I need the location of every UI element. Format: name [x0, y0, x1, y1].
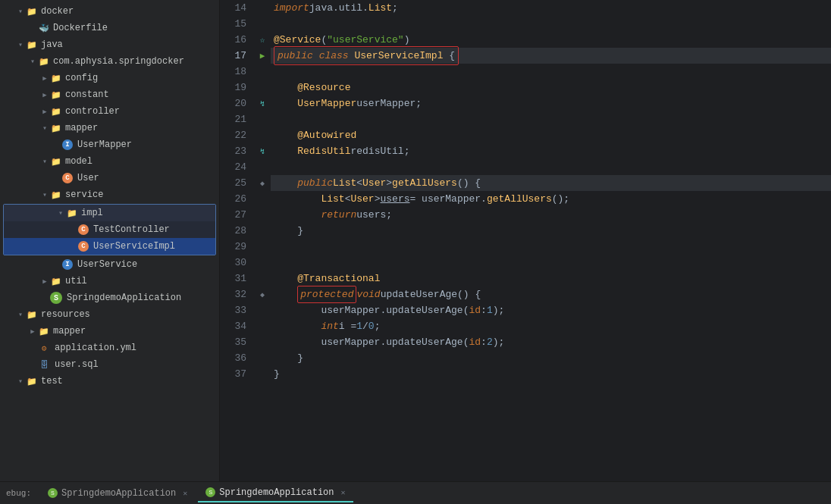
token: = userMapper. — [410, 191, 487, 207]
token: import — [274, 0, 309, 16]
token: @Resource — [297, 80, 350, 95]
tree-item-springdemo[interactable]: S SpringdemoApplication — [0, 290, 219, 306]
tree-label: config — [65, 73, 98, 83]
tree-item-model[interactable]: ▾ 📁 model — [0, 153, 219, 170]
arrow: ▶ — [39, 91, 50, 99]
token: } — [274, 350, 303, 366]
arrow: ▾ — [15, 40, 26, 49]
arrow: ▾ — [39, 157, 50, 166]
token: 0 — [368, 318, 375, 334]
tree-item-userservice[interactable]: I UserService — [0, 256, 219, 273]
tree-item-constant[interactable]: ▶ 📁 constant — [0, 86, 219, 103]
tree-item-userserviceimpl[interactable]: C UserServiceImpl — [4, 238, 215, 255]
gutter-30 — [254, 255, 271, 271]
token: protected — [300, 289, 353, 300]
line-num-14: 14 — [220, 0, 246, 16]
token: List — [368, 0, 392, 16]
line-numbers: 14 15 16 17 18 19 20 21 22 23 24 25 26 2… — [220, 0, 254, 382]
arrow: ▶ — [39, 74, 50, 83]
token: { — [449, 50, 455, 61]
line-num-29: 29 — [220, 239, 246, 255]
tree-item-config[interactable]: ▶ 📁 config — [0, 70, 219, 86]
tree-label: docker — [41, 6, 74, 17]
gutter-25: ◆ — [254, 175, 271, 191]
tree-item-usermapper[interactable]: I UserMapper — [0, 136, 219, 153]
gutter-16: ☆ — [254, 32, 271, 48]
token: 2 — [487, 334, 493, 350]
tree-item-test[interactable]: ▾ 📁 test — [0, 373, 219, 390]
tab-close-1[interactable]: ✕ — [183, 489, 187, 498]
token — [274, 175, 297, 191]
line-num-26: 26 — [220, 191, 246, 207]
tree-item-impl[interactable]: ▾ 📁 impl — [4, 205, 215, 221]
tab-springdemo-1[interactable]: S SpringdemoApplication ✕ — [40, 485, 195, 502]
token: < — [356, 175, 362, 191]
token: < — [345, 191, 351, 207]
code-line-14: import java.util. List ; — [271, 0, 831, 16]
token: updateUserAge() { — [381, 286, 481, 302]
tree-item-service[interactable]: ▾ 📁 service — [0, 186, 219, 203]
tree-item-docker[interactable]: ▾ 📁 docker — [0, 3, 219, 20]
tree-label: UserService — [77, 259, 137, 270]
tree-label: TestController — [93, 224, 170, 235]
code-line-29 — [271, 239, 831, 255]
tree-item-user-sql[interactable]: 🗄 user.sql — [0, 356, 219, 373]
line-num-19: 19 — [220, 80, 246, 95]
interface-icon: I — [62, 259, 73, 270]
tree-item-res-mapper[interactable]: ▶ 📁 mapper — [0, 323, 219, 340]
gutter-19 — [254, 80, 271, 95]
arrow: ▾ — [55, 208, 66, 218]
folder-icon: 📁 — [50, 122, 62, 134]
tab-close-2[interactable]: ✕ — [341, 488, 346, 497]
gutter-14 — [254, 0, 271, 16]
folder-icon: 📁 — [50, 275, 62, 287]
tree-item-dockerfile[interactable]: 🐳 Dockerfile — [0, 20, 219, 36]
line-num-25: 25 — [220, 175, 246, 191]
line-num-21: 21 — [220, 111, 246, 127]
gutter-28 — [254, 223, 271, 239]
folder-icon: 📁 — [50, 155, 62, 167]
tree-item-util[interactable]: ▶ 📁 util — [0, 273, 219, 290]
tree-item-user[interactable]: C User — [0, 170, 219, 186]
line-num-34: 34 — [220, 318, 246, 334]
line-num-37: 37 — [220, 366, 246, 382]
token: User — [350, 191, 374, 207]
debug-label: ebug: — [6, 489, 31, 498]
code-line-21 — [271, 111, 831, 127]
gutter-33 — [254, 302, 271, 318]
tree-label: SpringdemoApplication — [67, 293, 181, 303]
code-line-32: protected void updateUserAge() { — [271, 286, 831, 302]
tree-item-testcontroller[interactable]: C TestController — [4, 221, 215, 238]
line-num-28: 28 — [220, 223, 246, 239]
tab-springdemo-2[interactable]: S SpringdemoApplication ✕ — [198, 484, 353, 502]
line-num-15: 15 — [220, 16, 246, 32]
tree-item-application-yml[interactable]: ⚙ application.yml — [0, 340, 219, 356]
line-num-23: 23 — [220, 143, 246, 159]
gutter-32: ◆ — [254, 286, 271, 302]
token: void — [356, 286, 380, 302]
line-num-32: 32 — [220, 286, 246, 302]
tree-item-controller[interactable]: ▶ 📁 controller — [0, 103, 219, 120]
class-icon: C — [78, 241, 89, 252]
token: java.util. — [309, 0, 368, 16]
tree-label: model — [65, 156, 93, 167]
protected-box: protected — [297, 286, 356, 303]
folder-icon: 📁 — [50, 189, 62, 201]
token: i = — [339, 318, 356, 334]
gutter-23: ↯ — [254, 143, 271, 159]
gutter-15 — [254, 16, 271, 32]
gutter-27 — [254, 207, 271, 223]
gutter-22 — [254, 127, 271, 143]
gutter-31 — [254, 271, 271, 286]
class-icon: C — [62, 173, 73, 183]
token: userMapper.updateUserAge( — [274, 334, 469, 350]
tree-item-resources[interactable]: ▾ 📁 resources — [0, 306, 219, 323]
gutter-17: ▶ — [254, 48, 271, 64]
code-editor[interactable]: 14 15 16 17 18 19 20 21 22 23 24 25 26 2… — [220, 0, 831, 481]
tree-item-mapper[interactable]: ▾ 📁 mapper — [0, 120, 219, 136]
tree-item-java[interactable]: ▾ 📁 java — [0, 36, 219, 53]
tree-item-com[interactable]: ▾ 📁 com.aphysia.springdocker — [0, 53, 219, 70]
code-line-36: } — [271, 350, 831, 366]
token: ) — [404, 32, 410, 48]
tree-label: service — [65, 189, 103, 200]
